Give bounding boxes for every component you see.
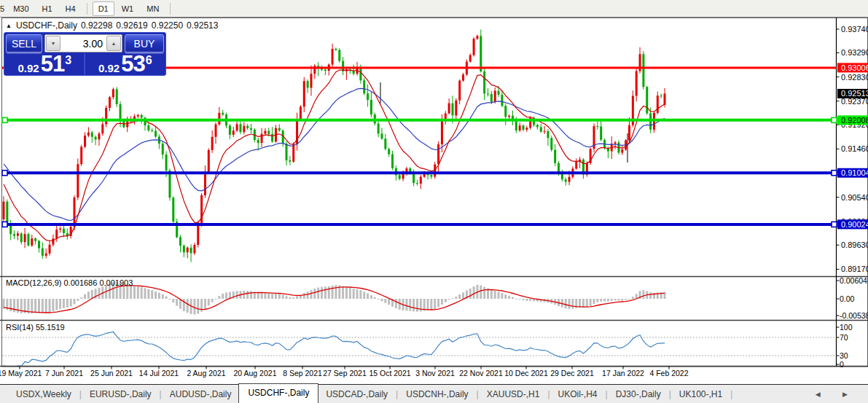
one-click-trading-panel: SELL ▼ ▲ BUY 0.92 51 3 0.92 53 6 bbox=[4, 32, 166, 76]
volume-increase-button[interactable]: ▲ bbox=[106, 36, 121, 51]
tab-separator: | bbox=[669, 389, 671, 399]
date-tick: 17 Jan 2022 bbox=[602, 369, 644, 377]
svg-text:0.90540: 0.90540 bbox=[841, 193, 868, 202]
chart-tab-ukoil[interactable]: UKOil-,H4 bbox=[551, 386, 605, 402]
date-tick: 10 Dec 2021 bbox=[504, 369, 548, 377]
chart-tab-usdchf[interactable]: USDCHF-,Daily bbox=[238, 383, 318, 403]
sell-price-base: 0.92 bbox=[17, 63, 39, 74]
toolbar-separator bbox=[170, 3, 171, 15]
timeframe-button-m30[interactable]: M30 bbox=[7, 1, 34, 16]
chart-tab-dj30[interactable]: DJ30-,Daily bbox=[609, 386, 668, 402]
axis-price-0.93006: 0.93006 bbox=[841, 63, 868, 72]
chart-window: MACD(12,26,9) 0.001686 0.001903RSI(14) 5… bbox=[0, 17, 868, 384]
ohlc-low: 0.92250 bbox=[152, 20, 183, 31]
buy-price-point: 6 bbox=[146, 55, 152, 66]
buy-button[interactable]: BUY bbox=[125, 34, 164, 52]
chart-tab-xauusd[interactable]: XAUUSD-,H1 bbox=[480, 386, 547, 402]
svg-text:100: 100 bbox=[840, 323, 853, 332]
chart-tab-usdcnh[interactable]: USDCNH-,Daily bbox=[399, 386, 475, 402]
date-tick: 29 Dec 2021 bbox=[550, 369, 594, 377]
axis-price-0.92513: 0.92513 bbox=[841, 89, 868, 98]
sell-price-pips: 51 bbox=[41, 52, 64, 75]
ma-fast-line bbox=[4, 70, 665, 241]
trading-terminal-window: 5M30H1H4D1W1MN MACD(12,26,9) 0.001686 0.… bbox=[0, 0, 868, 403]
timeframe-button-h1[interactable]: H1 bbox=[36, 1, 58, 16]
date-tick: 19 May 2021 bbox=[0, 369, 42, 377]
svg-text:0.89630: 0.89630 bbox=[841, 240, 868, 249]
timeframe-button-partial[interactable]: 5 bbox=[0, 2, 7, 15]
svg-text:-0.005383: -0.005383 bbox=[840, 311, 868, 320]
buy-price-base: 0.92 bbox=[98, 63, 120, 74]
ohlc-open: 0.92298 bbox=[81, 20, 112, 31]
sell-price[interactable]: 0.92 51 3 bbox=[6, 53, 85, 76]
axis-price-0.91004: 0.91004 bbox=[841, 168, 868, 177]
svg-text:0.92830: 0.92830 bbox=[841, 73, 868, 82]
buy-price-pips: 53 bbox=[121, 52, 144, 75]
date-tick: 7 Jun 2021 bbox=[45, 369, 83, 377]
tab-scroll-arrows[interactable]: ◀ ▶ bbox=[816, 391, 858, 398]
volume-decrease-button[interactable]: ▼ bbox=[46, 36, 60, 51]
chart-tab-uk100[interactable]: UK100-,H1 bbox=[672, 386, 730, 402]
axis-price-0.92008: 0.92008 bbox=[841, 116, 868, 125]
tab-separator: | bbox=[160, 389, 162, 399]
rsi-label: RSI(14) 55.1519 bbox=[6, 323, 65, 332]
chart-tabbar: USDX,Weekly|EURUSD-,Daily|AUDUSD-,DailyU… bbox=[0, 384, 868, 403]
date-tick: 20 Aug 2021 bbox=[234, 369, 277, 377]
svg-text:0.91460: 0.91460 bbox=[841, 144, 868, 153]
chart-tab-audusd[interactable]: AUDUSD-,Daily bbox=[163, 386, 239, 402]
date-tick: 4 Feb 2022 bbox=[649, 369, 688, 377]
collapse-triangle-icon[interactable]: ▲ bbox=[6, 23, 12, 29]
timeframe-button-d1[interactable]: D1 bbox=[93, 1, 114, 16]
volume-input[interactable] bbox=[61, 35, 106, 52]
tab-separator: | bbox=[396, 389, 398, 399]
date-tick: 27 Sep 2021 bbox=[323, 369, 367, 377]
date-tick: 2 Aug 2021 bbox=[187, 369, 225, 377]
timeframe-button-mn[interactable]: MN bbox=[141, 1, 165, 16]
svg-text:0.93290: 0.93290 bbox=[841, 48, 868, 57]
svg-text:0.89170: 0.89170 bbox=[841, 265, 868, 273]
tab-separator: | bbox=[730, 389, 732, 399]
tab-separator: | bbox=[547, 389, 550, 399]
svg-text:30: 30 bbox=[840, 351, 848, 360]
timeframe-toolbar: 5M30H1H4D1W1MN bbox=[0, 0, 868, 17]
sell-button[interactable]: SELL bbox=[6, 34, 42, 52]
timeframe-button-h4[interactable]: H4 bbox=[60, 1, 82, 16]
svg-text:0.00: 0.00 bbox=[840, 294, 855, 303]
chart-symbol-label: USDCHF-,Daily bbox=[16, 20, 77, 31]
volume-control: ▼ ▲ bbox=[44, 34, 122, 52]
svg-text:0.93740: 0.93740 bbox=[841, 25, 868, 34]
svg-text:70: 70 bbox=[840, 333, 848, 342]
toolbar-separator bbox=[87, 3, 87, 15]
date-tick: 8 Sep 2021 bbox=[283, 369, 322, 377]
buy-price[interactable]: 0.92 53 6 bbox=[87, 53, 165, 76]
svg-text:0.006045: 0.006045 bbox=[840, 276, 868, 285]
date-tick: 3 Nov 2021 bbox=[415, 369, 455, 377]
ohlc-high: 0.92619 bbox=[116, 20, 147, 31]
timeframe-button-w1[interactable]: W1 bbox=[116, 1, 140, 16]
chart-tab-usdx[interactable]: USDX,Weekly bbox=[9, 386, 79, 402]
date-tick: 15 Oct 2021 bbox=[369, 369, 410, 377]
ohlc-close: 0.92513 bbox=[187, 20, 218, 31]
chart-tab-usdcad[interactable]: USDCAD-,Daily bbox=[318, 386, 395, 402]
tab-separator: | bbox=[477, 389, 479, 399]
date-tick: 14 Jul 2021 bbox=[139, 369, 179, 377]
macd-label: MACD(12,26,9) 0.001686 0.001903 bbox=[6, 278, 133, 287]
tab-separator: | bbox=[606, 389, 608, 399]
date-tick: 25 Jun 2021 bbox=[90, 369, 133, 377]
chart-title: ▲ USDCHF-,Daily 0.92298 0.92619 0.92250 … bbox=[6, 20, 222, 31]
date-tick: 22 Nov 2021 bbox=[459, 369, 503, 377]
svg-text:0: 0 bbox=[840, 360, 844, 369]
tab-separator: | bbox=[79, 389, 82, 399]
axis-price-0.90024: 0.90024 bbox=[841, 220, 868, 229]
sell-price-point: 3 bbox=[65, 55, 71, 66]
chart-tab-eurusd[interactable]: EURUSD-,Daily bbox=[82, 386, 159, 402]
